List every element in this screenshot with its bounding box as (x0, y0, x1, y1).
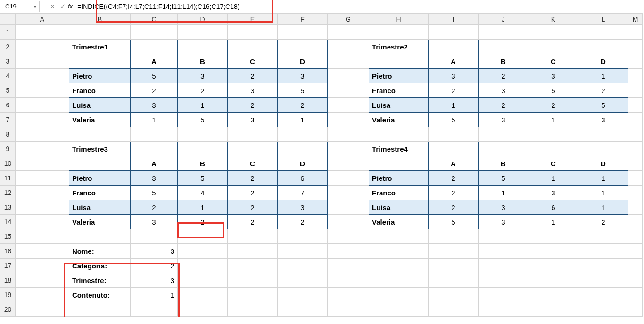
cell[interactable] (479, 259, 528, 273)
cell[interactable] (628, 229, 643, 244)
cell[interactable] (328, 142, 369, 156)
table-cell[interactable]: 3 (131, 171, 178, 186)
table-cell[interactable]: 3 (578, 113, 628, 127)
table-cell[interactable]: 3 (278, 69, 328, 83)
table-row-name[interactable]: Valeria (369, 215, 429, 229)
table-row-name[interactable]: Pietro (69, 171, 131, 186)
cell[interactable] (528, 259, 578, 273)
cell[interactable] (479, 302, 528, 317)
row-header[interactable]: 7 (0, 113, 16, 127)
cell[interactable] (16, 25, 69, 40)
row-header[interactable]: 17 (0, 259, 16, 273)
row-header[interactable]: 16 (0, 244, 16, 259)
row-header[interactable]: 15 (0, 229, 16, 244)
cell[interactable] (228, 229, 278, 244)
cell[interactable] (628, 302, 643, 317)
cell[interactable] (429, 142, 479, 156)
cell[interactable] (131, 25, 178, 40)
cell[interactable] (16, 273, 69, 288)
formula-input[interactable] (74, 0, 644, 13)
cell[interactable] (628, 40, 643, 54)
row-header[interactable]: 6 (0, 98, 16, 113)
cell[interactable] (16, 40, 69, 54)
row-header[interactable]: 3 (0, 54, 16, 69)
cell[interactable] (429, 259, 479, 273)
cell[interactable] (528, 127, 578, 142)
cell[interactable] (429, 229, 479, 244)
cell[interactable] (16, 98, 69, 113)
cell[interactable] (278, 288, 328, 302)
cell[interactable] (628, 171, 643, 186)
cell[interactable] (328, 259, 369, 273)
table-col-head[interactable]: D (278, 156, 328, 171)
cell[interactable] (16, 302, 69, 317)
cell[interactable] (479, 229, 528, 244)
table-cell[interactable]: 2 (228, 69, 278, 83)
cell[interactable] (178, 127, 228, 142)
cell[interactable] (131, 302, 178, 317)
cell[interactable] (278, 40, 328, 54)
cell[interactable] (528, 302, 578, 317)
cell[interactable] (328, 156, 369, 171)
spreadsheet-grid[interactable]: A B C D E F G H I J K L M 1 2 Trimestre1… (0, 13, 644, 317)
table-cell[interactable]: 2 (228, 186, 278, 200)
cell[interactable] (628, 186, 643, 200)
cell[interactable] (278, 259, 328, 273)
table-row-name[interactable]: Valeria (69, 215, 131, 229)
cell[interactable] (628, 83, 643, 98)
table-cell[interactable]: 2 (479, 98, 528, 113)
table-col-head[interactable]: B (479, 54, 528, 69)
table-title[interactable]: Trimestre4 (369, 142, 429, 156)
lookup-value[interactable]: 3 (131, 244, 178, 259)
table-cell[interactable]: 3 (479, 215, 528, 229)
col-header-F[interactable]: F (278, 14, 328, 25)
table-cell[interactable]: 5 (429, 113, 479, 127)
cell[interactable] (228, 259, 278, 273)
col-header-J[interactable]: J (479, 14, 528, 25)
cell[interactable] (278, 25, 328, 40)
cell[interactable] (228, 127, 278, 142)
cell[interactable] (369, 288, 429, 302)
cell[interactable] (578, 273, 628, 288)
cell[interactable] (178, 25, 228, 40)
cell[interactable] (328, 288, 369, 302)
table-row-name[interactable]: Franco (69, 83, 131, 98)
cell[interactable] (628, 98, 643, 113)
cell[interactable] (628, 142, 643, 156)
table-col-head[interactable]: D (578, 156, 628, 171)
table-cell[interactable]: 5 (429, 215, 479, 229)
cell[interactable] (369, 259, 429, 273)
table-cell[interactable]: 2 (228, 171, 278, 186)
table-cell[interactable]: 2 (528, 98, 578, 113)
cell[interactable] (369, 273, 429, 288)
cell[interactable] (528, 244, 578, 259)
cell[interactable] (16, 127, 69, 142)
table-cell[interactable]: 1 (178, 98, 228, 113)
cell[interactable] (578, 259, 628, 273)
cell[interactable] (369, 156, 429, 171)
cell[interactable] (528, 229, 578, 244)
cell[interactable] (628, 200, 643, 215)
cell[interactable] (131, 127, 178, 142)
table-cell[interactable]: 6 (528, 200, 578, 215)
cell[interactable] (628, 25, 643, 40)
col-header-C[interactable]: C (131, 14, 178, 25)
cell[interactable] (369, 54, 429, 69)
cell[interactable] (228, 302, 278, 317)
table-cell[interactable]: 3 (278, 200, 328, 215)
table-cell[interactable]: 5 (131, 186, 178, 200)
cell[interactable] (328, 40, 369, 54)
cell[interactable] (328, 244, 369, 259)
cell[interactable] (429, 244, 479, 259)
table-col-head[interactable]: A (131, 54, 178, 69)
cell[interactable] (16, 186, 69, 200)
table-cell[interactable]: 5 (278, 83, 328, 98)
cell[interactable] (628, 54, 643, 69)
cell[interactable] (131, 40, 178, 54)
table-row-name[interactable]: Franco (369, 83, 429, 98)
cell[interactable] (328, 83, 369, 98)
cell[interactable] (578, 25, 628, 40)
table-cell[interactable]: 5 (578, 98, 628, 113)
row-header[interactable]: 11 (0, 171, 16, 186)
table-cell[interactable]: 1 (578, 186, 628, 200)
